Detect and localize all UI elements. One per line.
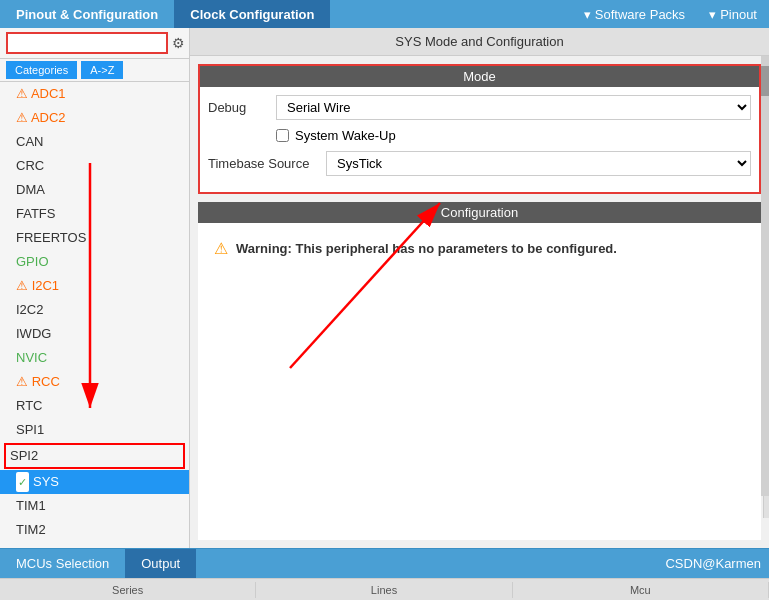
timebase-row: Timebase Source SysTick TIM1 TIM2 xyxy=(208,151,751,176)
nav-pinout-config[interactable]: Pinout & Configuration xyxy=(0,0,174,28)
config-section: Configuration ⚠ Warning: This peripheral… xyxy=(198,202,761,540)
warning-triangle-icon: ⚠ xyxy=(214,239,228,258)
warning-message: ⚠ Warning: This peripheral has no parame… xyxy=(214,239,745,258)
warning-icon: ⚠ xyxy=(16,86,31,101)
config-body: ⚠ Warning: This peripheral has no parame… xyxy=(198,223,761,274)
content-scrollbar[interactable] xyxy=(761,56,769,496)
main-layout: ⚙ Categories A->Z ⚠ ADC1 ⚠ ADC2 CAN xyxy=(0,28,769,548)
sidebar-item-iwdg[interactable]: IWDG xyxy=(0,322,189,346)
warning-icon: ⚠ xyxy=(16,374,32,389)
bottom-tabs: MCUs Selection Output CSDN@Karmen xyxy=(0,548,769,578)
top-navigation: Pinout & Configuration Clock Configurati… xyxy=(0,0,769,28)
sidebar-item-freertos[interactable]: FREERTOS xyxy=(0,226,189,250)
warning-icon: ⚠ xyxy=(16,110,31,125)
nav-clock-config[interactable]: Clock Configuration xyxy=(174,0,330,28)
content-area: SYS Mode and Configuration Mode Debug Se… xyxy=(190,28,769,548)
sidebar-item-adc2[interactable]: ⚠ ADC2 xyxy=(0,106,189,130)
debug-label: Debug xyxy=(208,100,268,115)
sidebar: ⚙ Categories A->Z ⚠ ADC1 ⚠ ADC2 CAN xyxy=(0,28,190,548)
sidebar-item-can[interactable]: CAN xyxy=(0,130,189,154)
sidebar-item-spi1[interactable]: SPI1 xyxy=(0,418,189,442)
timebase-label: Timebase Source xyxy=(208,156,318,171)
categories-filter-btn[interactable]: Categories xyxy=(6,61,77,79)
sidebar-item-tim3[interactable]: TIM3 xyxy=(0,542,189,548)
filter-buttons: Categories A->Z xyxy=(0,59,189,82)
footer-bar: Series Lines Mcu xyxy=(0,578,769,600)
sidebar-item-i2c1[interactable]: ⚠ I2C1 xyxy=(0,274,189,298)
debug-select[interactable]: Serial Wire No Debug Trace Asynchronous … xyxy=(276,95,751,120)
sidebar-item-rcc[interactable]: ⚠ RCC xyxy=(0,370,189,394)
sidebar-item-i2c2[interactable]: I2C2 xyxy=(0,298,189,322)
sidebar-item-adc1[interactable]: ⚠ ADC1 xyxy=(0,82,189,106)
nav-software-packs[interactable]: ▾ Software Packs xyxy=(572,3,697,26)
tab-output[interactable]: Output xyxy=(125,549,196,578)
search-input[interactable] xyxy=(6,32,168,54)
config-header: Configuration xyxy=(198,202,761,223)
sidebar-list: ⚠ ADC1 ⚠ ADC2 CAN CRC DMA xyxy=(0,82,189,548)
mode-section: Mode Debug Serial Wire No Debug Trace As… xyxy=(198,64,761,194)
top-nav-right: ▾ Software Packs ▾ Pinout xyxy=(572,3,769,26)
sidebar-item-sys[interactable]: ✓ SYS xyxy=(0,470,189,494)
sidebar-item-nvic[interactable]: NVIC xyxy=(0,346,189,370)
content-title: SYS Mode and Configuration xyxy=(190,28,769,56)
check-icon: ✓ xyxy=(16,472,29,492)
system-wakeup-label: System Wake-Up xyxy=(295,128,396,143)
search-bar: ⚙ xyxy=(0,28,189,59)
footer-mcu: Mcu xyxy=(513,582,769,598)
warning-icon: ⚠ xyxy=(16,278,32,293)
sidebar-item-gpio[interactable]: GPIO xyxy=(0,250,189,274)
sidebar-item-dma[interactable]: DMA xyxy=(0,178,189,202)
sidebar-item-rtc[interactable]: RTC xyxy=(0,394,189,418)
az-filter-btn[interactable]: A->Z xyxy=(81,61,123,79)
mode-header: Mode xyxy=(200,66,759,87)
footer-lines: Lines xyxy=(256,582,512,598)
sidebar-item-spi2[interactable]: SPI2 xyxy=(4,443,185,469)
footer-series: Series xyxy=(0,582,256,598)
tab-mcus-selection[interactable]: MCUs Selection xyxy=(0,549,125,578)
debug-row: Debug Serial Wire No Debug Trace Asynchr… xyxy=(208,95,751,120)
bottom-status: CSDN@Karmen xyxy=(665,556,769,571)
gear-icon[interactable]: ⚙ xyxy=(172,35,185,51)
sidebar-item-tim1[interactable]: TIM1 xyxy=(0,494,189,518)
sidebar-item-fatfs[interactable]: FATFS xyxy=(0,202,189,226)
sidebar-item-tim2[interactable]: TIM2 xyxy=(0,518,189,542)
nav-pinout[interactable]: ▾ Pinout xyxy=(697,3,769,26)
system-wakeup-row: System Wake-Up xyxy=(276,128,751,143)
sidebar-item-crc[interactable]: CRC xyxy=(0,154,189,178)
content-scroll-thumb[interactable] xyxy=(761,66,769,96)
system-wakeup-checkbox[interactable] xyxy=(276,129,289,142)
timebase-select[interactable]: SysTick TIM1 TIM2 xyxy=(326,151,751,176)
